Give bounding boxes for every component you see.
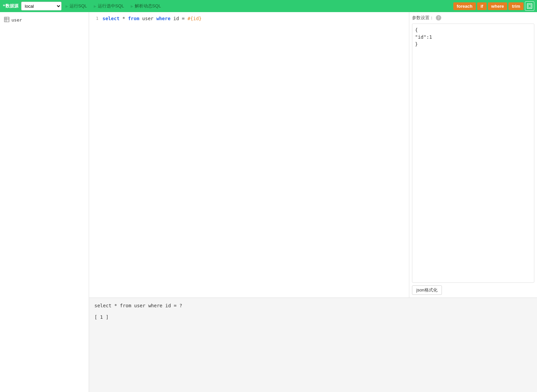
params-textarea[interactable]: { "id":1 } (412, 24, 534, 283)
editor-section: 1 select * from user where id = #{id} 参数… (89, 12, 537, 298)
datasource-select[interactable]: local (21, 2, 61, 10)
params-label-text: 参数设置： (412, 15, 434, 21)
svg-rect-0 (527, 4, 532, 8)
run-selected-arrow-icon: ▶ (94, 4, 96, 8)
toolbar: *数据源 local ▶ 运行SQL ▶ 运行选中SQL ▶ 解析动态SQL f… (0, 0, 537, 12)
line-content-1: select * from user where id = #{id} (102, 15, 409, 22)
svg-rect-2 (4, 17, 9, 22)
if-tag-button[interactable]: if (477, 2, 487, 10)
parse-dynamic-sql-button[interactable]: ▶ 解析动态SQL (128, 2, 164, 10)
main-layout: user 1 select * from user where id = #{i… (0, 12, 537, 392)
content-area: 1 select * from user where id = #{id} 参数… (89, 12, 537, 392)
run-sql-label: 运行SQL (70, 3, 87, 9)
run-sql-button[interactable]: ▶ 运行SQL (63, 2, 90, 10)
sidebar: user (0, 12, 89, 392)
table-icon (4, 17, 9, 23)
parse-dynamic-label: 解析动态SQL (135, 3, 161, 9)
result-section: select * from user where id = ? [ 1 ] (89, 298, 537, 392)
result-sql-line: select * from user where id = ? (94, 302, 532, 309)
editor-line-1: 1 select * from user where id = #{id} (89, 15, 409, 22)
svg-rect-1 (528, 5, 531, 7)
params-panel: 参数设置： ? { "id":1 } json格式化 (409, 12, 537, 298)
datasource-label: *数据源 (3, 3, 18, 9)
trim-tag-button[interactable]: trim (508, 2, 524, 10)
sql-editor[interactable]: 1 select * from user where id = #{id} (89, 12, 409, 298)
run-selected-label: 运行选中SQL (98, 3, 124, 9)
maximize-button[interactable] (525, 1, 534, 11)
parse-dynamic-arrow-icon: ▶ (131, 4, 133, 8)
maximize-icon (527, 3, 532, 9)
sidebar-item-user-label: user (11, 17, 22, 23)
json-format-button[interactable]: json格式化 (412, 285, 442, 295)
line-number-1: 1 (89, 15, 102, 22)
params-info-icon[interactable]: ? (436, 15, 441, 21)
run-selected-sql-button[interactable]: ▶ 运行选中SQL (91, 2, 127, 10)
run-sql-arrow-icon: ▶ (66, 4, 68, 8)
params-label: 参数设置： ? (412, 15, 534, 21)
sidebar-item-user[interactable]: user (0, 15, 89, 25)
result-json: [ 1 ] (94, 313, 532, 321)
foreach-tag-button[interactable]: foreach (453, 2, 476, 10)
where-tag-button[interactable]: where (488, 2, 507, 10)
